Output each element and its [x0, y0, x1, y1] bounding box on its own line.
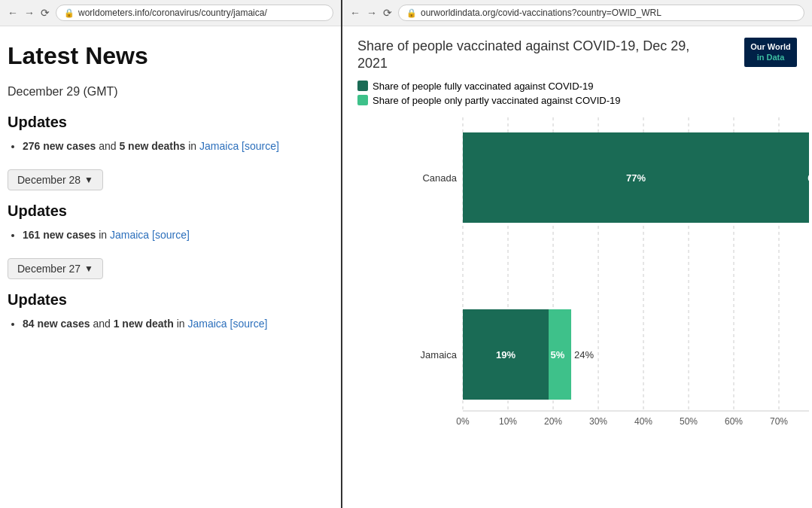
refresh-button[interactable]: ⟳	[41, 7, 50, 19]
jamaica-total-label: 24%	[574, 349, 594, 360]
left-address-bar[interactable]: 🔒 worldometers.info/coronavirus/country/…	[56, 5, 333, 21]
x-label-50: 50%	[680, 416, 698, 427]
collapse-dec28-label: December 28	[17, 174, 81, 186]
canada-partly-label: 6.1%	[807, 172, 809, 184]
legend-item-fully: Share of people fully vaccinated against…	[357, 81, 797, 92]
right-forward-button[interactable]: →	[366, 7, 377, 19]
left-panel: ← → ⟳ 🔒 worldometers.info/coronavirus/co…	[0, 0, 342, 508]
chevron-down-icon-2: ▼	[84, 263, 93, 274]
jamaica-link-dec29[interactable]: Jamaica	[199, 140, 239, 152]
jamaica-link-dec27[interactable]: Jamaica	[187, 318, 227, 330]
x-label-40: 40%	[634, 416, 652, 427]
back-button[interactable]: ←	[8, 7, 18, 19]
legend-item-partly: Share of people only partly vaccinated a…	[357, 95, 797, 106]
section-title-dec28: Updates	[8, 202, 326, 220]
canada-fully-label: 77%	[626, 172, 646, 184]
x-label-10: 10%	[499, 416, 517, 427]
bold-deaths-dec27: 1 new death	[114, 318, 174, 330]
chevron-down-icon: ▼	[84, 175, 93, 185]
text-mid2-dec27: in	[177, 318, 188, 330]
bold-cases-dec29: 276 new cases	[23, 140, 96, 152]
right-panel: ← → ⟳ 🔒 ourworldindata.org/covid-vaccina…	[342, 0, 812, 508]
legend-color-fully	[357, 81, 368, 91]
left-url: worldometers.info/coronavirus/country/ja…	[78, 8, 267, 18]
update-list-dec28: 161 new cases in Jamaica [source]	[23, 227, 326, 243]
bold-cases-dec28: 161 new cases	[23, 229, 96, 241]
legend-color-partly	[357, 95, 368, 105]
bar-chart: .grid-line { stroke: #ccc; stroke-width:…	[410, 117, 809, 433]
text-mid1-dec28: in	[99, 229, 110, 241]
right-url: ourworldindata.org/covid-vaccinations?co…	[421, 8, 661, 18]
source-link-dec28[interactable]: [source]	[152, 229, 190, 241]
x-label-70: 70%	[770, 416, 788, 427]
text-mid2-dec29: in	[188, 140, 199, 152]
collapse-dec27-label: December 27	[17, 263, 81, 275]
text-mid1-dec27: and	[93, 318, 113, 330]
chart-legend: Share of people fully vaccinated against…	[357, 81, 797, 106]
owid-line1: Our World	[750, 42, 791, 51]
section-title-dec29: Updates	[8, 114, 326, 131]
forward-button[interactable]: →	[24, 7, 35, 19]
right-lock-icon: 🔒	[406, 8, 417, 18]
jamaica-partly-label: 5%	[551, 349, 565, 360]
update-list-dec29: 276 new cases and 5 new deaths in Jamaic…	[23, 138, 326, 154]
x-label-30: 30%	[589, 416, 607, 427]
source-link-dec27[interactable]: [source]	[230, 318, 268, 330]
right-refresh-button[interactable]: ⟳	[383, 7, 392, 19]
update-item-dec27: 84 new cases and 1 new death in Jamaica …	[23, 316, 326, 332]
right-browser-bar: ← → ⟳ 🔒 ourworldindata.org/covid-vaccina…	[342, 0, 812, 26]
x-label-0: 0%	[456, 416, 470, 427]
legend-label-partly: Share of people only partly vaccinated a…	[373, 95, 621, 106]
collapse-dec28[interactable]: December 28 ▼	[8, 169, 103, 190]
left-content: Latest News December 29 (GMT) Updates 27…	[0, 26, 341, 362]
owid-badge: Our World in Data	[744, 38, 797, 67]
chart-header: Share of people vaccinated against COVID…	[357, 38, 797, 73]
x-label-60: 60%	[725, 416, 743, 427]
jamaica-fully-label: 19%	[496, 349, 515, 360]
legend-label-fully: Share of people fully vaccinated against…	[373, 81, 593, 92]
text-mid1-dec29: and	[99, 140, 119, 152]
chart-area: .grid-line { stroke: #ccc; stroke-width:…	[357, 117, 797, 456]
left-browser-bar: ← → ⟳ 🔒 worldometers.info/coronavirus/co…	[0, 0, 341, 26]
jamaica-link-dec28[interactable]: Jamaica	[110, 229, 149, 241]
collapse-dec27[interactable]: December 27 ▼	[8, 258, 103, 279]
chart-title: Share of people vaccinated against COVID…	[357, 38, 719, 73]
right-back-button[interactable]: ←	[350, 7, 360, 19]
right-address-bar[interactable]: 🔒 ourworldindata.org/covid-vaccinations?…	[398, 5, 804, 21]
page-title: Latest News	[8, 41, 326, 70]
bold-deaths-dec29: 5 new deaths	[119, 140, 185, 152]
x-label-20: 20%	[544, 416, 562, 427]
date-header: December 29 (GMT)	[8, 85, 326, 99]
update-item-dec28: 161 new cases in Jamaica [source]	[23, 227, 326, 243]
bold-cases-dec27: 84 new cases	[23, 318, 90, 330]
update-item-dec29: 276 new cases and 5 new deaths in Jamaic…	[23, 138, 326, 154]
update-list-dec27: 84 new cases and 1 new death in Jamaica …	[23, 316, 326, 332]
owid-line2: in Data	[757, 53, 785, 62]
source-link-dec29[interactable]: [source]	[242, 140, 279, 152]
lock-icon: 🔒	[64, 8, 75, 18]
canada-label: Canada	[422, 172, 457, 184]
right-content: Share of people vaccinated against COVID…	[342, 26, 812, 467]
jamaica-label: Jamaica	[421, 349, 458, 360]
section-title-dec27: Updates	[8, 291, 326, 309]
